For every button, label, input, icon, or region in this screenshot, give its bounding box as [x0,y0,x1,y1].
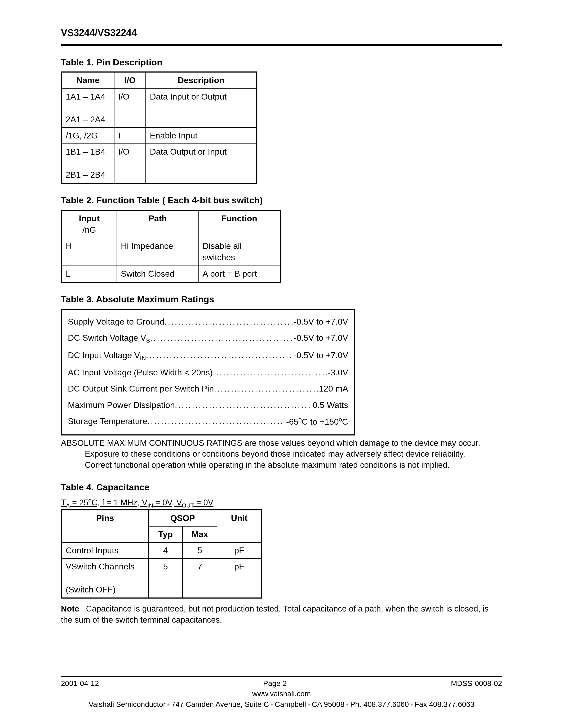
rating-value: -0.5V to +7.0V [293,316,348,327]
cell-func: Disable all switches [199,238,280,266]
table-row: Control Inputs 4 5 pF [61,542,262,559]
text: 2A1 – 2A4 [66,115,105,124]
col-unit: Unit [217,510,262,542]
subscript: S [146,337,150,344]
rating-value: 120 mA [318,383,348,394]
page-footer: 2001-04-12 Page 2 MDSS-0008-02 www.vaish… [61,676,502,709]
col-group-qsop: QSOP [148,510,217,526]
table-header-row: Pins QSOP Unit [61,510,262,526]
bullet-icon: • [269,700,275,708]
table2: Input /nG Path Function H Hi Impedance D… [61,210,281,283]
text: (Switch OFF) [66,585,115,594]
footer-doc-id: MDSS-0008-02 [451,678,502,689]
leader-dots [213,367,327,378]
rating-label: DC Switch Voltage VS [68,332,150,345]
col-name: Name [61,72,114,88]
text: CA 95008 [312,700,345,708]
table3-title: Table 3. Absolute Maximum Ratings [61,293,502,305]
col-typ: Typ [148,526,182,542]
leader-dots [175,399,312,411]
col-path: Path [117,210,199,238]
text: DC Input Voltage V [68,350,140,360]
cell-path: Switch Closed [117,266,199,282]
text: Campbell [275,700,306,708]
rating-row: Maximum Power Dissipation 0.5 Watts [68,399,348,411]
table1: Name I/O Description 1A1 – 1A4 2A1 – 2A4… [61,71,257,184]
col-pins: Pins [61,510,148,542]
rating-label: Maximum Power Dissipation [68,399,175,411]
footer-address: Vaishali Semiconductor•747 Camden Avenue… [61,699,502,709]
table1-title: Table 1. Pin Description [61,56,502,69]
cell-name: /1G, /2G [61,128,114,144]
cell-func: A port = B port [199,266,280,282]
cell-desc: Data Output or Input [146,144,256,183]
text: VSwitch Channels [66,562,135,571]
text: 1A1 – 1A4 [66,92,105,101]
text: ABSOLUTE MAXIMUM CONTINUOUS RATINGS are … [61,438,480,448]
cell-desc: Enable Input [146,128,256,144]
cell-io: I [114,128,146,144]
table-header-row: Name I/O Description [61,72,256,88]
rating-value: 0.5 Watts [312,399,348,411]
cell-name: 1A1 – 1A4 2A1 – 2A4 [61,89,114,128]
footer-page: Page 2 [99,678,451,689]
leader-dots [146,350,293,362]
rating-row: Supply Voltage to Ground -0.5V to +7.0V [68,316,348,327]
rating-row: Storage Temperature -65oC to +150oC [68,416,348,428]
cell-input: H [61,238,117,266]
table3-note: ABSOLUTE MAXIMUM CONTINUOUS RATINGS are … [61,438,502,471]
leader-dots [147,416,285,428]
bullet-icon: • [165,700,171,708]
text: 1B1 – 1B4 [66,147,105,156]
leader-dots [150,332,293,345]
footer-url: www.vaishali.com [61,689,502,699]
table4-title: Table 4. Capacitance [61,481,502,493]
rating-value: -3.0V [327,367,348,378]
bullet-icon: • [306,700,312,708]
footer-date: 2001-04-12 [61,678,99,689]
note-label: Note [61,604,79,613]
text: 747 Camden Avenue, Suite C [171,700,269,708]
cell-desc: Data Input or Output [146,89,256,128]
text: Input [79,214,100,223]
table3: Supply Voltage to Ground -0.5V to +7.0V … [61,309,355,435]
cell-pins: VSwitch Channels (Switch OFF) [61,559,148,598]
text: Correct functional operation while opera… [85,460,502,471]
leader-dots [214,383,318,394]
footer-rule [61,676,502,677]
col-max: Max [182,526,217,542]
text: DC Switch Voltage V [68,333,146,343]
table-row: 1A1 – 1A4 2A1 – 2A4 I/O Data Input or Ou… [61,89,256,128]
rating-row: DC Input Voltage VIN -0.5V to +7.0V [68,350,348,362]
text: Exposure to these conditions or conditio… [85,448,502,460]
table-row: /1G, /2G I Enable Input [61,128,256,144]
col-description: Description [146,72,256,88]
rating-row: AC Input Voltage (Pulse Width < 20ns) -3… [68,367,348,378]
table-header-row: Input /nG Path Function [61,210,280,238]
document-header: VS3244/VS32244 [61,26,502,42]
text: Fax 408.377.6063 [415,700,475,708]
col-function: Function [199,210,280,238]
col-input: Input /nG [61,210,117,238]
rating-label: Supply Voltage to Ground [68,316,164,327]
cell-path: Hi Impedance [117,238,199,266]
rating-label: DC Input Voltage VIN [68,350,146,362]
rating-row: DC Output Sink Current per Switch Pin 12… [68,383,348,394]
cell-typ: 4 [148,542,182,559]
text: 2B1 – 2B4 [66,170,105,179]
note-text: Capacitance is guaranteed, but not produ… [61,604,489,624]
cell-pins: Control Inputs [61,542,148,559]
table-row: L Switch Closed A port = B port [61,266,280,282]
rating-value: -65oC to +150oC [285,416,348,428]
col-io: I/O [114,72,146,88]
cell-max: 5 [182,542,217,559]
cell-max: 7 [182,559,217,598]
cell-io: I/O [114,89,146,128]
table4-conditions: TA = 25oC, f = 1 MHz, VIN = 0V, VOUT = 0… [61,497,502,509]
rating-label: AC Input Voltage (Pulse Width < 20ns) [68,367,213,378]
cell-typ: 5 [148,559,182,598]
table-row: 1B1 – 1B4 2B1 – 2B4 I/O Data Output or I… [61,144,256,183]
rating-label: DC Output Sink Current per Switch Pin [68,383,214,394]
cell-input: L [61,266,117,282]
cell-name: 1B1 – 1B4 2B1 – 2B4 [61,144,114,183]
